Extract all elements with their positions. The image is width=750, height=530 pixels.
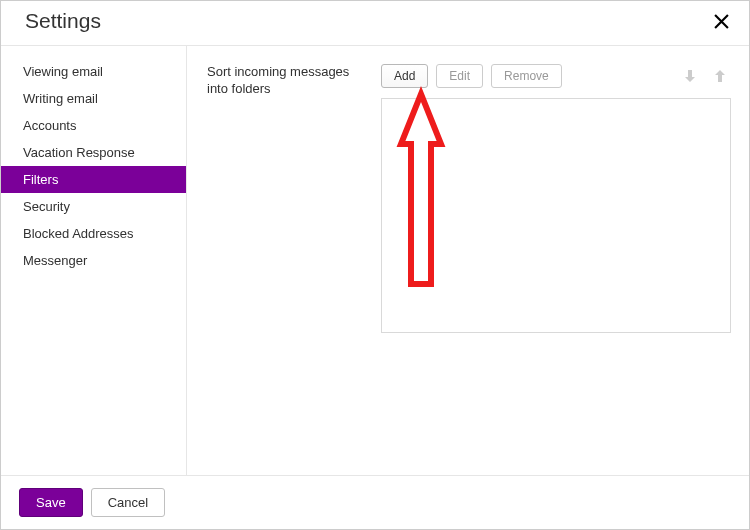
- move-up-button[interactable]: [709, 65, 731, 87]
- close-button[interactable]: [707, 7, 735, 35]
- sidebar: Viewing email Writing email Accounts Vac…: [1, 46, 187, 475]
- sidebar-item-filters[interactable]: Filters: [1, 166, 186, 193]
- content-panel: Sort incoming messages into folders Add …: [187, 46, 749, 475]
- edit-button[interactable]: Edit: [436, 64, 483, 88]
- sidebar-item-label: Security: [23, 199, 70, 214]
- sidebar-item-label: Blocked Addresses: [23, 226, 134, 241]
- sidebar-item-security[interactable]: Security: [1, 193, 186, 220]
- sidebar-item-blocked-addresses[interactable]: Blocked Addresses: [1, 220, 186, 247]
- cancel-button[interactable]: Cancel: [91, 488, 165, 517]
- dialog-header: Settings: [1, 1, 749, 46]
- close-icon: [714, 14, 729, 29]
- sidebar-item-label: Messenger: [23, 253, 87, 268]
- add-button[interactable]: Add: [381, 64, 428, 88]
- sidebar-item-label: Viewing email: [23, 64, 103, 79]
- filters-toolbar: Add Edit Remove: [381, 64, 731, 88]
- dialog-footer: Save Cancel: [1, 475, 749, 529]
- filters-area: Add Edit Remove: [381, 64, 731, 461]
- dialog-title: Settings: [25, 9, 101, 33]
- sidebar-item-writing-email[interactable]: Writing email: [1, 85, 186, 112]
- sidebar-item-label: Filters: [23, 172, 58, 187]
- sidebar-item-viewing-email[interactable]: Viewing email: [1, 58, 186, 85]
- move-down-button[interactable]: [679, 65, 701, 87]
- sidebar-item-label: Writing email: [23, 91, 98, 106]
- sidebar-item-label: Vacation Response: [23, 145, 135, 160]
- settings-dialog: Settings Viewing email Writing email Acc…: [0, 0, 750, 530]
- dialog-body: Viewing email Writing email Accounts Vac…: [1, 46, 749, 475]
- filters-list[interactable]: [381, 98, 731, 333]
- arrow-up-icon: [712, 68, 728, 84]
- section-description: Sort incoming messages into folders: [207, 64, 381, 461]
- sidebar-item-vacation-response[interactable]: Vacation Response: [1, 139, 186, 166]
- remove-button[interactable]: Remove: [491, 64, 562, 88]
- sidebar-item-messenger[interactable]: Messenger: [1, 247, 186, 274]
- sidebar-item-label: Accounts: [23, 118, 76, 133]
- sidebar-item-accounts[interactable]: Accounts: [1, 112, 186, 139]
- arrow-down-icon: [682, 68, 698, 84]
- save-button[interactable]: Save: [19, 488, 83, 517]
